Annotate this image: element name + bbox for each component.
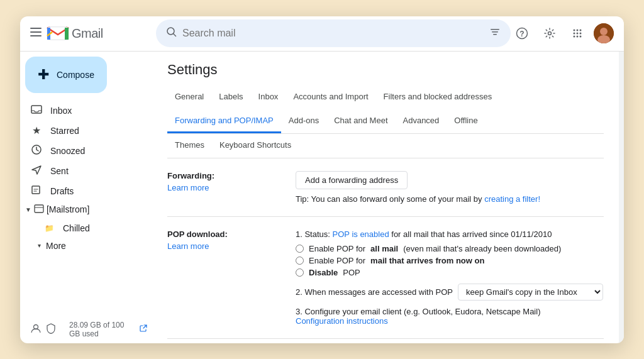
forwarding-learn-more[interactable]: Learn more — [167, 183, 280, 192]
svg-point-22 — [580, 36, 582, 38]
svg-point-15 — [577, 30, 579, 31]
svg-point-21 — [577, 36, 579, 38]
sidebar-bottom: 28.09 GB of 100 GB used — [20, 316, 152, 343]
inbox-icon — [30, 104, 43, 118]
drafts-icon — [30, 184, 43, 198]
pop-section: POP download: Learn more 1. Status: POP … — [167, 217, 604, 339]
pop-new-radio[interactable] — [296, 257, 304, 265]
pop-disable-radio[interactable] — [296, 268, 304, 277]
storage-link-icon[interactable] — [140, 324, 147, 334]
sidebar-item-sent[interactable]: Sent — [20, 161, 142, 181]
settings-header: Settings General Labels Inbox Accounts a… — [152, 52, 619, 158]
pop-when-row: 2. When messages are accessed with POP k… — [296, 284, 604, 301]
filter-icon[interactable] — [489, 26, 501, 41]
sidebar-item-inbox[interactable]: Inbox — [20, 101, 142, 121]
forwarding-label: Forwarding: Learn more — [167, 171, 280, 204]
pop-enabled-text: POP is enabled — [333, 229, 389, 239]
tab-addons[interactable]: Add-ons — [281, 109, 326, 133]
storage-text: 28.09 GB of 100 GB used — [69, 321, 136, 338]
snoozed-label: Snoozed — [50, 146, 85, 156]
menu-icon[interactable] — [30, 26, 42, 41]
apps-button[interactable] — [566, 22, 589, 45]
forwarding-title: Forwarding: — [167, 171, 280, 180]
svg-point-18 — [577, 33, 579, 35]
settings-content: Forwarding: Learn more Add a forwarding … — [152, 158, 619, 343]
resize-handle[interactable] — [619, 52, 624, 343]
sidebar-item-snoozed[interactable]: Snoozed — [20, 141, 142, 161]
tab-accounts[interactable]: Accounts and Import — [286, 86, 375, 109]
shield-icon[interactable] — [45, 323, 57, 336]
starred-label: Starred — [50, 126, 79, 136]
settings-title: Settings — [167, 62, 604, 78]
compose-plus-icon: ✚ — [38, 67, 49, 83]
topbar: Gmail ? — [20, 16, 624, 52]
search-icon — [166, 26, 177, 41]
tab-keyboard[interactable]: Keyboard Shortcuts — [212, 134, 299, 158]
tabs-row: General Labels Inbox Accounts and Import… — [167, 86, 604, 134]
main-layout: ✚ Compose Inbox ★ — [20, 52, 624, 343]
svg-rect-8 — [491, 29, 499, 30]
content-area: Settings General Labels Inbox Accounts a… — [152, 52, 619, 343]
svg-point-20 — [574, 36, 575, 38]
tab-labels[interactable]: Labels — [211, 86, 250, 109]
pop-config-link[interactable]: Configuration instructions — [296, 316, 388, 326]
forwarding-body: Add a forwarding address Tip: You can al… — [296, 171, 604, 204]
tab-general[interactable]: General — [167, 86, 211, 109]
collapse-icon: ▼ — [25, 206, 31, 213]
svg-rect-10 — [493, 34, 497, 35]
drafts-label: Drafts — [50, 186, 74, 196]
tab-themes[interactable]: Themes — [167, 134, 212, 158]
tab-chat[interactable]: Chat and Meet — [326, 109, 395, 133]
svg-rect-2 — [30, 35, 42, 36]
tab-inbox[interactable]: Inbox — [251, 86, 286, 109]
chilled-label: Chilled — [63, 223, 90, 233]
pop-when-select[interactable]: keep Gmail's copy in the Inboxmark Gmail… — [458, 284, 603, 301]
pop-radio-new: Enable POP for mail that arrives from no… — [296, 256, 604, 265]
tab-offline[interactable]: Offline — [447, 109, 485, 133]
svg-rect-9 — [492, 31, 498, 33]
chilled-icon: 📁 — [43, 224, 55, 233]
sent-label: Sent — [50, 166, 69, 176]
pop-radio-disable: Disable POP — [296, 268, 604, 277]
compose-label: Compose — [57, 70, 94, 80]
svg-point-14 — [574, 30, 575, 31]
svg-rect-29 — [35, 205, 43, 213]
sent-icon — [30, 164, 43, 178]
more-section[interactable]: ▾ More — [20, 238, 152, 253]
create-filter-link[interactable]: creating a filter! — [484, 194, 540, 204]
tabs-row2: Themes Keyboard Shortcuts — [167, 134, 604, 158]
gmail-logo: Gmail — [47, 25, 103, 42]
svg-point-17 — [574, 33, 575, 35]
search-input[interactable] — [182, 28, 484, 39]
pop-body: 1. Status: POP is enabled for all mail t… — [296, 229, 604, 326]
svg-rect-28 — [32, 186, 40, 194]
svg-rect-1 — [30, 31, 42, 33]
search-bar[interactable] — [156, 19, 511, 47]
gmail-window: Gmail ? — [20, 16, 624, 343]
tab-advanced[interactable]: Advanced — [396, 109, 447, 133]
sidebar-item-drafts[interactable]: Drafts — [20, 181, 142, 201]
pop-all-radio[interactable] — [296, 245, 304, 253]
settings-button[interactable] — [538, 22, 561, 45]
svg-point-19 — [580, 33, 582, 35]
pop-learn-more[interactable]: Learn more — [167, 241, 280, 251]
more-label: More — [46, 241, 66, 251]
svg-text:?: ? — [519, 30, 524, 38]
help-button[interactable]: ? — [511, 22, 533, 45]
tab-forwarding[interactable]: Forwarding and POP/IMAP — [167, 109, 281, 133]
sidebar-item-chilled[interactable]: 📁 Chilled — [20, 218, 142, 238]
topbar-left: Gmail — [30, 25, 156, 42]
pop-radio-all: Enable POP for all mail (even mail that'… — [296, 244, 604, 253]
avatar[interactable] — [594, 23, 614, 43]
gmail-wordmark: Gmail — [72, 26, 103, 41]
pop-status: 1. Status: POP is enabled for all mail t… — [296, 229, 604, 239]
tab-filters[interactable]: Filters and blocked addresses — [376, 86, 500, 109]
manage-account-icon[interactable] — [30, 323, 42, 336]
svg-point-24 — [600, 28, 608, 35]
inbox-label: Inbox — [50, 106, 72, 116]
compose-button[interactable]: ✚ Compose — [25, 57, 107, 93]
sidebar-item-starred[interactable]: ★ Starred — [20, 121, 142, 141]
svg-point-16 — [580, 30, 582, 31]
add-forwarding-address-button[interactable]: Add a forwarding address — [296, 171, 408, 189]
mailstrom-section[interactable]: ▼ [Mailstrom] — [20, 201, 152, 218]
